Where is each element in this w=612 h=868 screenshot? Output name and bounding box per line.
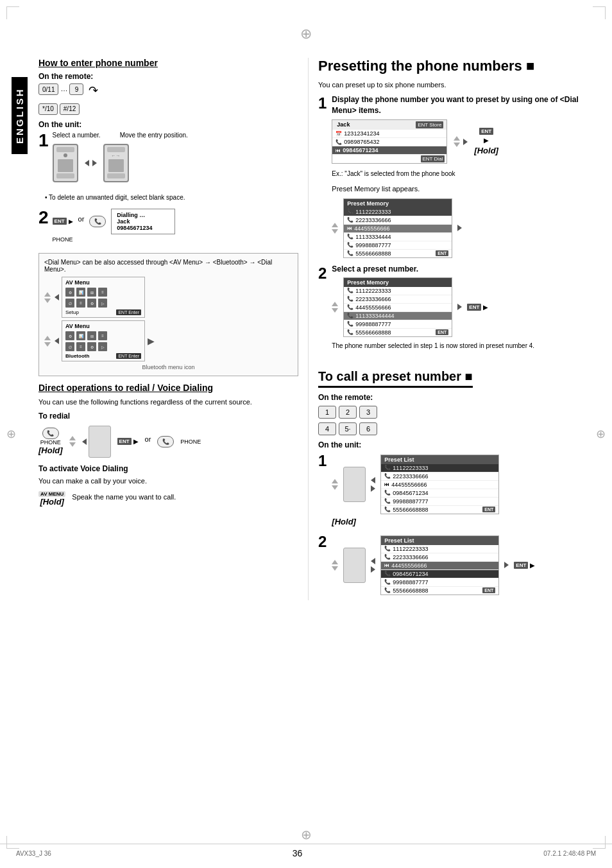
intro-text: You can preset up to six phone numbers. [318,80,597,91]
preset-list-display-2: Preset List 📞11122223333 📞22233336666 ⏮4… [380,535,499,595]
av-icon-14: ≡ [76,342,85,351]
preset-step2-num: 2 [318,265,327,282]
ent-store-btn[interactable]: ENT Store [416,121,443,128]
ent-final-btn[interactable]: ENT [514,562,528,569]
or-label-2: or [145,434,151,445]
to-redial-label: To redial [38,412,298,421]
nav-down-s2[interactable] [332,308,338,313]
num-btn-2[interactable]: 2 [339,406,357,419]
av-icon-12: ≡ [98,331,107,340]
nav-up-s2[interactable] [332,302,338,306]
nav-right-pb[interactable] [463,139,468,145]
preset-list-header-2: Preset List [381,536,498,545]
key-star-10[interactable]: */10 [38,103,58,115]
remote-num-row-1: 1 2 3 [318,406,597,419]
nav-left-us2[interactable] [371,558,375,564]
phone-btn-2[interactable]: 📞 [157,436,174,447]
nav-right-us1[interactable] [371,485,375,492]
enter-label-2[interactable]: ENT Enter [116,353,141,359]
nav-down-redial[interactable] [69,442,76,447]
nav-right-final[interactable] [504,562,509,568]
nav-right[interactable] [92,160,97,166]
on-unit-label: On the unit: [38,120,298,129]
preset-memory-table: Preset Memory 📞11122223333 📞22233336666 … [343,198,452,258]
hold-redial-label: [Hold] [38,446,63,455]
step1-row: 1 Select a number. Move the entry positi… [38,132,298,187]
num-btn-6[interactable]: 6 [359,422,377,435]
delete-note: • To delete an unwanted digit, select bl… [45,193,298,202]
key-hash-12[interactable]: #/12 [60,103,80,115]
call-preset-title: To call a preset number ■ [318,369,473,388]
remote-num-row-2: 4 5· 6 [318,422,597,435]
preset-step1-row: 1 Display the phone number you want to p… [318,94,597,258]
av-menu-icons-1: ⚙ 📊 ⊞ ≡ [65,288,141,297]
nav-up-us2[interactable] [332,560,338,564]
speak-text: Speak the name you want to call. [72,492,176,503]
preset-row-2: 📞22233336666 [344,216,452,225]
nav-left-3[interactable] [55,338,59,344]
nav-down-pm[interactable] [332,229,338,234]
key-9[interactable]: 9 [69,83,83,95]
nav-up-us1[interactable] [332,479,338,483]
phonebook-row-1: 📅12312341234 [332,130,446,138]
key-0-11[interactable]: 0/11 [38,83,58,95]
phone-label-2: PHONE [180,438,201,445]
ex-text: Ex.: "Jack" is selected from the phone b… [332,169,597,178]
num-btn-3[interactable]: 3 [359,406,377,419]
voice-desc: You can make a call by your voice. [38,476,298,487]
nav-up-1[interactable] [44,292,51,297]
on-unit-2-label: On the unit: [318,440,597,449]
nav-down-us2[interactable] [332,566,338,571]
nav-right-us2[interactable] [371,566,375,573]
plist-row-1: 📞11122223333 [381,464,498,473]
nav-right-s2[interactable] [457,304,462,310]
ent-plist2[interactable]: ENT [482,587,495,593]
nav-left[interactable] [85,160,89,166]
hold-us1-label: [Hold] [332,517,597,526]
ent-plist1[interactable]: ENT [482,507,495,512]
remote-keys-row2: */10 #/12 [38,103,298,115]
av-menu-icons-2: ∅ ≡ ⚙ ▷ [65,299,141,308]
plist2-row-1: 📞11122223333 [381,545,498,553]
nav-down-us1[interactable] [332,485,338,490]
on-remote-label: On the remote: [38,72,298,81]
preset-table-step2: Preset Memory 📞11122223333 📞22233336666 … [343,277,452,337]
main-title: Presetting the phone numbers ■ [318,58,597,74]
plist2-row-6: 📞55566668888 ENT [381,587,498,595]
corner-mark-tr [593,6,606,19]
nav-up-pm[interactable] [332,223,338,227]
av-icon-1: ⚙ [65,288,74,297]
num-btn-4[interactable]: 4 [318,422,336,435]
nav-down-1[interactable] [44,299,51,303]
nav-left-redial[interactable] [82,438,87,445]
preset-memory-area: Preset Memory 📞11122223333 📞22233336666 … [332,198,597,258]
enter-label-1[interactable]: ENT Enter [116,309,141,315]
ent-s2[interactable]: ENT [436,329,448,335]
phonebook-header: Jack ENT Store [332,120,446,130]
nav-up-2[interactable] [44,336,51,340]
ent-s2-btn[interactable]: ENT [467,304,481,311]
unit-device-us1 [343,467,366,502]
ent-dial-btn[interactable]: ENT Dial [421,155,445,162]
to-activate-voice-label: To activate Voice Dialing [38,464,298,473]
phone-button[interactable]: 📞 [89,216,106,227]
nav-down-2[interactable] [44,342,51,347]
nav-down-pb[interactable] [454,143,460,147]
nav-right-pm[interactable] [457,225,462,231]
step2-illustration: Preset Memory 📞11122223333 📞22233336666 … [332,277,597,337]
phone-redial-btn[interactable]: 📞 [42,428,59,439]
ent-redial[interactable]: ENT [117,438,132,445]
nav-left-2[interactable] [55,294,59,300]
num-btn-1[interactable]: 1 [318,406,336,419]
preset-step1-content: Display the phone number you want to pre… [332,94,597,258]
ent-pb-btn[interactable]: ENT [479,128,493,135]
ent-pm[interactable]: ENT [436,250,448,256]
nav-up-pb[interactable] [454,136,460,141]
nav-up-redial[interactable] [69,436,76,440]
av-icon-8: ▷ [98,299,107,308]
num-btn-5[interactable]: 5· [339,422,357,435]
nav-left-us1[interactable] [371,477,375,483]
ent-button[interactable]: ENT [53,218,67,225]
step2-title: Select a preset number. [332,265,597,273]
corner-mark-tl [6,6,19,19]
